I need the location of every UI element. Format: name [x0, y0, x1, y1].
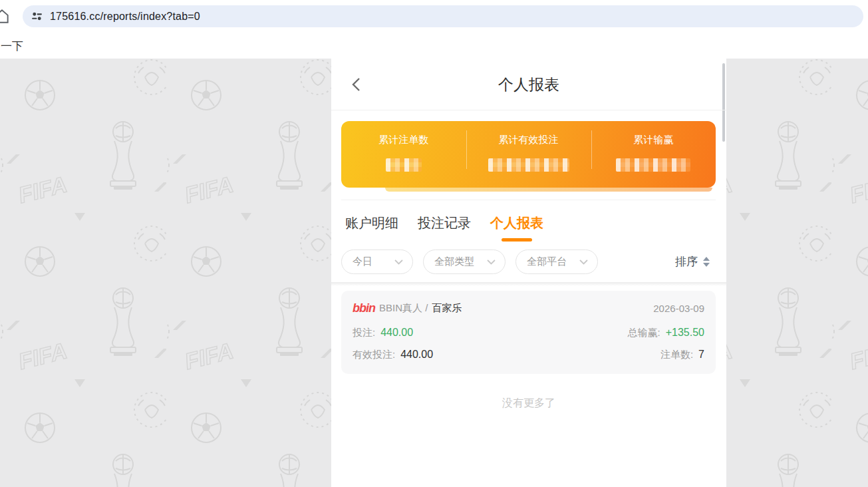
- page-header: 个人报表: [331, 59, 726, 110]
- report-date: 2026-03-09: [653, 303, 704, 314]
- stat-label-win-loss: 累计输赢: [633, 134, 673, 145]
- address-bar[interactable]: 175616.cc/reports/index?tab=0: [23, 5, 863, 27]
- bet-label: 投注:: [353, 327, 375, 339]
- chevron-down-icon: [579, 259, 588, 265]
- filter-type-label: 全部类型: [434, 255, 474, 268]
- report-row-card[interactable]: bbin BBIN真人 / 百家乐 2026-03-09 投注: 440.00 …: [341, 291, 716, 374]
- filter-date-dropdown[interactable]: 今日: [341, 249, 413, 274]
- stats-divider: [466, 130, 467, 169]
- win-loss-label: 总输赢:: [628, 327, 660, 339]
- sort-control[interactable]: 排序: [675, 254, 710, 269]
- screen: FIFA: [0, 0, 868, 487]
- bbin-logo: bbin: [353, 301, 375, 315]
- game-name: 百家乐: [432, 302, 462, 315]
- stat-label-total-bets: 累计注单数: [378, 134, 428, 145]
- sort-label: 排序: [675, 254, 698, 269]
- bet-value: 440.00: [380, 327, 413, 339]
- filter-platform-dropdown[interactable]: 全部平台: [515, 249, 598, 274]
- tab-personal-report[interactable]: 个人报表: [490, 214, 543, 242]
- browser-topbar: 175616.cc/reports/index?tab=0 一下: [0, 0, 868, 59]
- page-title: 个人报表: [331, 75, 726, 95]
- filter-platform-label: 全部平台: [527, 255, 567, 268]
- sort-arrows-icon: [702, 256, 710, 267]
- filter-date-label: 今日: [353, 255, 372, 268]
- tab-account-details[interactable]: 账户明细: [345, 214, 398, 242]
- bet-count-label: 注单数:: [660, 349, 693, 361]
- masked-value-valid-bets: [488, 158, 569, 172]
- stats-section: 累计注单数 累计有效投注 累计输赢: [331, 110, 726, 200]
- filters-bar: 今日 全部类型 全部平台 排序: [331, 242, 726, 274]
- chevron-down-icon: [394, 259, 403, 265]
- win-loss-value: +135.50: [666, 327, 704, 339]
- provider-name: BBIN真人 /: [379, 302, 428, 315]
- reports-panel: 个人报表 累计注单数 累计有效投注 累计输赢 账户明细: [331, 59, 726, 487]
- sticky-filter-shadow: [331, 282, 726, 286]
- url-text[interactable]: 175616.cc/reports/index?tab=0: [50, 11, 200, 23]
- no-more-text: 没有更多了: [331, 397, 726, 410]
- chevron-down-icon: [487, 259, 496, 265]
- masked-value-win-loss: [616, 158, 690, 172]
- tabs-bar: 账户明细 投注记录 个人报表: [331, 200, 726, 242]
- home-icon[interactable]: [0, 8, 11, 25]
- tab-bet-records[interactable]: 投注记录: [418, 214, 471, 242]
- stats-card-underlayer: [385, 188, 712, 192]
- filter-type-dropdown[interactable]: 全部类型: [423, 249, 506, 274]
- site-settings-icon[interactable]: [31, 11, 43, 22]
- masked-value-total-bets: [386, 158, 422, 172]
- valid-bet-label: 有效投注:: [353, 349, 395, 361]
- bet-count-value: 7: [698, 349, 704, 361]
- stats-summary-card: 累计注单数 累计有效投注 累计输赢: [341, 121, 716, 188]
- page-overflow-text: 一下: [1, 39, 23, 54]
- stats-divider: [591, 130, 592, 169]
- valid-bet-value: 440.00: [400, 349, 433, 361]
- stat-label-valid-bets: 累计有效投注: [499, 134, 559, 145]
